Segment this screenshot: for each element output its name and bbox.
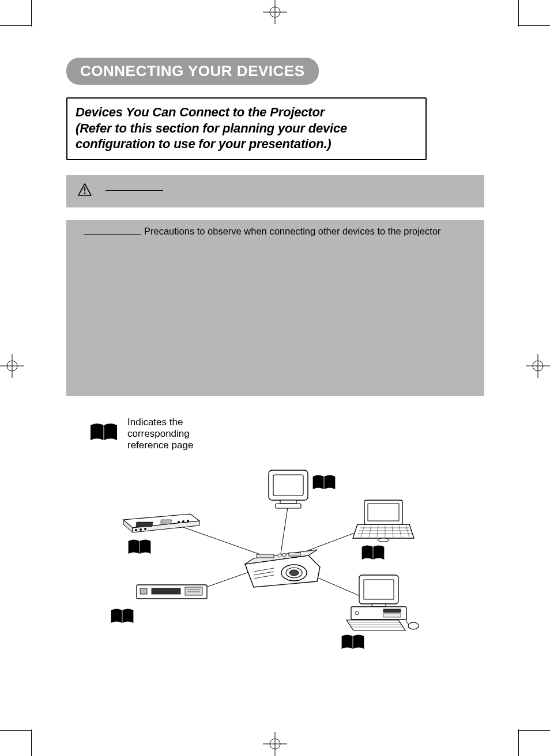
book-icon [127,538,152,559]
svg-point-24 [282,553,286,557]
svg-point-35 [140,528,142,531]
page: CONNECTING YOUR DEVICES Devices You Can … [32,23,518,733]
crop-mark [518,730,550,731]
svg-rect-56 [185,587,202,595]
crop-mark [31,729,32,756]
svg-rect-30 [161,520,172,523]
dvd-player-device [134,581,209,607]
crt-monitor-device [265,468,311,513]
subhead-line2: (Refer to this section for planning your… [76,121,347,135]
projector-device [239,532,326,592]
attention-underline [84,234,141,235]
crop-mark [0,25,32,26]
registration-mark-left [0,354,24,378]
laptop-device [352,498,415,546]
subhead-line3: configuration to use for your presentati… [76,137,331,151]
book-icon [110,607,135,628]
svg-point-32 [182,520,184,523]
attention-text: Precautions to observe when connecting o… [144,226,441,237]
svg-rect-22 [257,554,274,558]
svg-rect-61 [364,580,394,599]
crop-mark [518,0,519,27]
legend: Indicates the corresponding reference pa… [89,417,484,452]
legend-text: Indicates the corresponding reference pa… [127,417,220,452]
svg-rect-65 [383,614,401,617]
svg-point-70 [408,622,419,629]
registration-mark-bottom [263,732,287,756]
svg-rect-38 [273,475,303,496]
caution-bar [66,175,484,207]
book-icon [360,544,386,565]
svg-point-66 [355,611,359,615]
crop-mark [518,729,519,756]
content-area: CONNECTING YOUR DEVICES Devices You Can … [66,58,484,659]
registration-mark-right [526,354,550,378]
svg-rect-39 [280,500,296,504]
section-header: CONNECTING YOUR DEVICES [66,58,319,85]
svg-rect-25 [289,553,300,556]
svg-rect-40 [276,504,301,508]
attention-box: Precautions to observe when connecting o… [66,220,484,396]
svg-rect-63 [351,607,406,619]
registration-mark-top [263,0,287,24]
svg-rect-55 [152,588,180,594]
svg-rect-29 [136,522,153,527]
svg-point-33 [187,520,189,522]
svg-point-23 [278,554,281,557]
svg-point-21 [289,570,299,576]
svg-point-13 [84,192,86,194]
desktop-computer-device [343,573,424,638]
crop-mark [518,25,550,26]
connection-diagram [66,463,484,659]
subhead-box: Devices You Can Connect to the Projector… [66,97,427,160]
book-icon [340,633,366,654]
svg-rect-42 [368,504,399,521]
vcr-device [121,509,202,538]
subhead-line1: Devices You Can Connect to the Projector [76,105,325,119]
svg-point-34 [135,529,137,531]
warning-triangle-icon [78,183,92,198]
section-header-text: CONNECTING YOUR DEVICES [80,62,305,80]
caution-underline [106,190,163,191]
book-icon [89,422,118,446]
crop-mark [0,730,32,731]
svg-point-36 [144,528,146,530]
svg-point-31 [178,521,180,523]
svg-rect-64 [383,609,401,613]
svg-rect-62 [372,604,386,607]
svg-rect-59 [140,588,147,594]
book-icon [311,474,337,494]
svg-point-53 [378,538,389,542]
